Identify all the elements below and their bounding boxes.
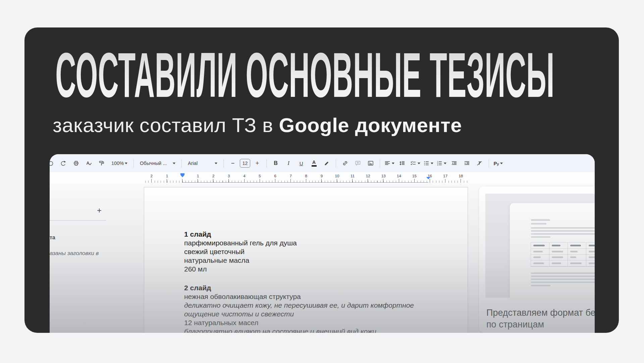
doc-line: 1 слайд <box>184 230 429 239</box>
ruler-number: 5 <box>259 174 261 178</box>
underline-button[interactable]: U <box>296 157 306 169</box>
outline-add-summary-button[interactable]: + <box>95 206 104 215</box>
increase-indent-icon <box>464 160 470 167</box>
doc-line: деликатно очищает кожу, не пересушивая е… <box>184 301 429 310</box>
outline-heading-fragment: та <box>50 235 55 241</box>
mockup-table-cell <box>586 243 595 249</box>
toolbar-divider <box>181 159 182 168</box>
line-spacing-button[interactable] <box>397 157 407 169</box>
paint-format-button[interactable] <box>97 157 107 169</box>
redo-button[interactable] <box>58 157 68 169</box>
ruler-number: 8 <box>305 174 307 178</box>
ruler-number: 10 <box>335 174 339 178</box>
spellcheck-button[interactable]: A <box>84 157 94 169</box>
mockup-table-cell <box>586 255 595 261</box>
line-spacing-icon <box>399 160 406 167</box>
add-comment-icon <box>355 160 361 167</box>
toolbar-divider <box>336 159 336 168</box>
mockup-table-cell <box>568 255 586 261</box>
google-docs-screenshot: A 100% Обычный ... Arial − 12 + <box>50 154 595 333</box>
align-left-icon <box>384 160 391 167</box>
input-tools-button[interactable]: Ру <box>493 157 503 169</box>
spellcheck-icon: A <box>86 160 92 167</box>
insert-link-button[interactable] <box>340 157 350 169</box>
doc-line: натуральные масла <box>184 256 429 265</box>
checklist-dropdown[interactable] <box>410 157 420 169</box>
font-size-value: 12 <box>243 161 248 166</box>
numbered-list-dropdown[interactable]: 123 <box>436 157 446 169</box>
doc-line: 2 слайд <box>184 284 429 292</box>
numbered-list-icon: 123 <box>436 160 443 167</box>
left-indent-marker[interactable] <box>180 173 184 179</box>
docs-content-area: + та азаны заголовки в 1 слайдпарфюмиров… <box>50 184 595 333</box>
ruler-number: 17 <box>443 174 447 178</box>
insert-image-icon <box>367 160 374 167</box>
document-mockup <box>510 203 595 298</box>
mockup-table-cell <box>568 249 586 255</box>
right-indent-marker[interactable] <box>426 177 430 181</box>
decrease-indent-icon <box>451 160 458 167</box>
ruler-number: 1 <box>166 174 168 178</box>
toolbar-divider <box>133 159 134 168</box>
svg-text:3: 3 <box>437 164 438 166</box>
styles-dropdown[interactable]: Обычный ... <box>138 157 177 169</box>
outline-divider <box>50 220 106 221</box>
insert-image-button[interactable] <box>366 157 376 169</box>
bold-icon: B <box>274 160 278 166</box>
text-color-button[interactable]: A <box>309 157 319 169</box>
pageless-illustration <box>485 194 595 298</box>
doc-line: благоприятно влияют на состояние и внешн… <box>184 327 429 333</box>
undo-button[interactable] <box>50 157 56 169</box>
chevron-down-icon <box>215 163 217 166</box>
font-name: Arial <box>188 161 198 166</box>
checklist-icon <box>410 160 417 167</box>
bold-button[interactable]: B <box>271 157 281 169</box>
ruler-number: 9 <box>321 174 323 178</box>
mockup-table-cell <box>549 243 568 249</box>
doc-line: нежная обволакивающая структура <box>184 292 429 301</box>
font-dropdown[interactable]: Arial <box>186 157 219 169</box>
clear-formatting-icon: T <box>476 160 483 167</box>
italic-button[interactable]: I <box>283 157 293 169</box>
add-comment-button[interactable] <box>353 157 363 169</box>
doc-line: 260 мл <box>184 265 429 274</box>
align-dropdown[interactable] <box>384 157 394 169</box>
highlight-color-button[interactable] <box>322 157 332 169</box>
mockup-table-cell <box>531 249 549 255</box>
doc-line-spacer <box>184 274 429 284</box>
decrease-font-size-button[interactable]: − <box>228 157 238 169</box>
increase-font-size-button[interactable]: + <box>252 157 262 169</box>
zoom-dropdown[interactable]: 100% <box>109 157 129 169</box>
docs-toolbar: A 100% Обычный ... Arial − 12 + <box>50 154 595 172</box>
underline-icon: U <box>300 161 303 166</box>
ruler-number: 12 <box>366 174 370 178</box>
mockup-table-cell <box>549 255 568 261</box>
font-size-box[interactable]: 12 <box>240 159 250 168</box>
svg-text:A: A <box>87 161 90 166</box>
mockup-table-cell <box>586 260 595 266</box>
doc-lines: 1 слайдпарфюмированный гель для душасвеж… <box>184 230 429 333</box>
style-name: Обычный ... <box>140 161 167 166</box>
ruler-number: 18 <box>459 174 463 178</box>
doc-line: свежий цветочный <box>184 247 429 256</box>
plus-icon: + <box>256 160 259 167</box>
increase-indent-button[interactable] <box>462 157 472 169</box>
chevron-down-icon <box>418 163 420 166</box>
decrease-indent-button[interactable] <box>449 157 459 169</box>
subtitle-regular: заказчик составил ТЗ в <box>53 114 279 136</box>
bulleted-list-dropdown[interactable] <box>423 157 433 169</box>
document-page[interactable]: 1 слайдпарфюмированный гель для душасвеж… <box>144 187 468 333</box>
clear-formatting-button[interactable]: T <box>475 157 485 169</box>
mockup-table <box>531 242 595 267</box>
undo-icon <box>50 160 54 167</box>
print-icon <box>73 160 79 167</box>
subtitle-bold: Google документе <box>279 114 462 136</box>
ruler-number: 7 <box>289 174 291 178</box>
zoom-value: 100% <box>111 161 124 166</box>
print-button[interactable] <box>71 157 81 169</box>
ruler-number: 1 <box>197 174 199 178</box>
pageless-promo-panel: Представляем формат без по страницам <box>479 186 595 333</box>
mockup-table-cell <box>531 255 549 261</box>
toolbar-divider <box>380 159 380 168</box>
italic-icon: I <box>287 160 289 166</box>
